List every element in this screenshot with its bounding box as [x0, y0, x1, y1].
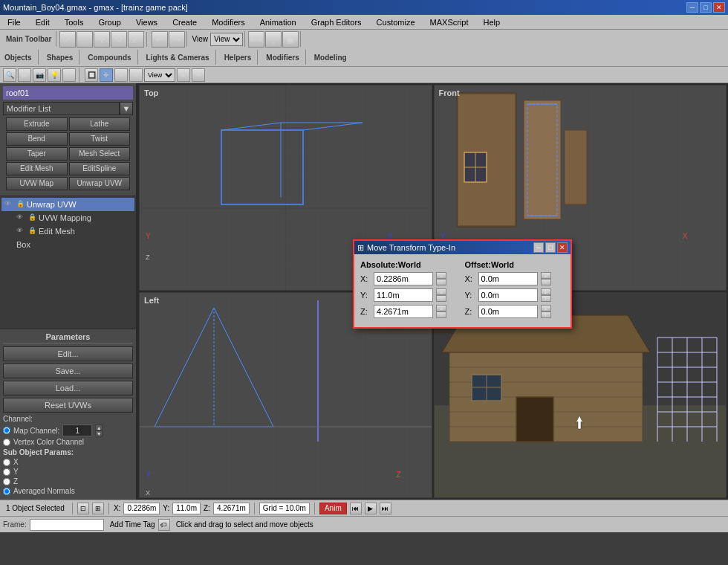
- map-channel-radio[interactable]: [3, 427, 10, 434]
- icon-btn-2[interactable]: ⊞: [18, 68, 31, 82]
- dialog-x-abs-down[interactable]: ▼: [436, 279, 446, 285]
- menu-animation[interactable]: Animation: [256, 16, 301, 28]
- dialog-z-abs-up[interactable]: ▲: [436, 305, 446, 311]
- menu-graph-editors[interactable]: Graph Editors: [307, 16, 366, 28]
- icon-scale-btn[interactable]: ⤡: [129, 68, 143, 82]
- add-time-tag-btn[interactable]: 🏷: [158, 519, 170, 531]
- coord-dropdown[interactable]: View: [144, 68, 175, 82]
- select-region-btn[interactable]: ⬚: [77, 31, 93, 48]
- dialog-y-abs-up[interactable]: ▲: [436, 288, 446, 295]
- uvw-map-btn[interactable]: UVW Map: [6, 177, 68, 190]
- mirror-btn[interactable]: ⟺: [248, 31, 264, 48]
- view-select[interactable]: View: [210, 33, 243, 46]
- load-btn[interactable]: Load...: [3, 381, 133, 396]
- move-btn[interactable]: ✛: [94, 31, 110, 48]
- dialog-y-abs-input[interactable]: [374, 288, 433, 302]
- taper-btn[interactable]: Taper: [6, 147, 68, 161]
- menu-create[interactable]: Create: [168, 16, 201, 28]
- close-button[interactable]: ✕: [713, 2, 725, 13]
- scale-btn[interactable]: ⤢: [128, 31, 144, 48]
- modifier-list-label[interactable]: Modifier List: [3, 102, 120, 115]
- maximize-button[interactable]: □: [700, 2, 712, 13]
- dialog-x-off-input[interactable]: [478, 272, 538, 285]
- dialog-x-abs-up[interactable]: ▲: [436, 272, 446, 279]
- menu-maxscript[interactable]: MAXScript: [426, 16, 473, 28]
- extrude-btn[interactable]: Extrude: [6, 117, 68, 131]
- stack-item-uvwmapping[interactable]: 👁 🔒 UVW Mapping: [1, 211, 134, 225]
- dialog-y-abs-down[interactable]: ▼: [436, 295, 446, 302]
- snap-btn[interactable]: 🔲: [85, 68, 98, 82]
- lathe-btn[interactable]: Lathe: [69, 117, 131, 131]
- menu-group[interactable]: Group: [94, 16, 126, 28]
- named-sel-btn[interactable]: ▣: [282, 31, 299, 48]
- compounds-label[interactable]: Compounds: [85, 54, 134, 62]
- dialog-z-abs-down[interactable]: ▼: [436, 311, 446, 318]
- redo-btn[interactable]: ↪: [169, 31, 185, 48]
- stack-item-editmesh[interactable]: 👁 🔒 Edit Mesh: [1, 225, 134, 238]
- sub-avg-radio[interactable]: [3, 488, 10, 495]
- modifier-list-dropdown[interactable]: ▼: [120, 102, 133, 115]
- menu-help[interactable]: Help: [479, 16, 505, 28]
- dialog-y-off-up[interactable]: ▲: [541, 288, 551, 295]
- stack-item-unwrap[interactable]: 👁 🔒 Unwrap UVW: [1, 198, 134, 211]
- dialog-x-off-up[interactable]: ▲: [541, 272, 551, 279]
- save-btn[interactable]: Save...: [3, 364, 133, 378]
- minimize-button[interactable]: ─: [686, 2, 698, 13]
- dialog-z-off-down[interactable]: ▼: [541, 311, 551, 318]
- menu-edit[interactable]: Edit: [31, 16, 54, 28]
- sub-z-radio[interactable]: [3, 478, 10, 485]
- next-frame-btn[interactable]: ⏭: [380, 503, 391, 514]
- icon-rotate-btn[interactable]: ↺: [114, 68, 128, 82]
- icon-btn-snap[interactable]: ⚭: [192, 68, 205, 82]
- status-icon-2[interactable]: ⊞: [92, 503, 104, 514]
- edit-btn[interactable]: Edit...: [3, 346, 133, 361]
- vertex-color-radio[interactable]: [3, 439, 10, 446]
- dialog-x-off-label: X:: [465, 274, 475, 283]
- bend-btn[interactable]: Bend: [6, 132, 68, 146]
- reset-uvws-btn[interactable]: Reset UVWs: [3, 398, 133, 413]
- icon-btn-3[interactable]: 📷: [33, 68, 46, 82]
- undo-btn[interactable]: ↩: [152, 31, 168, 48]
- dialog-y-off-down[interactable]: ▼: [541, 295, 551, 302]
- align-btn[interactable]: ⋮: [265, 31, 282, 48]
- icon-btn-5[interactable]: ⬡: [62, 68, 76, 82]
- icon-move-btn[interactable]: ✛: [100, 68, 113, 82]
- dialog-z-off-input[interactable]: [478, 305, 538, 318]
- play-btn[interactable]: ▶: [365, 503, 377, 514]
- twist-btn[interactable]: Twist: [69, 132, 131, 146]
- dialog-x-off-down[interactable]: ▼: [541, 279, 551, 285]
- prev-frame-btn[interactable]: ⏮: [350, 503, 362, 514]
- edit-mesh-btn[interactable]: Edit Mesh: [6, 162, 68, 175]
- menu-views[interactable]: Views: [131, 16, 162, 28]
- anim-button[interactable]: Anim: [319, 503, 347, 514]
- icon-btn-1[interactable]: 🔍: [3, 68, 16, 82]
- dialog-titlebar[interactable]: ⊞ Move Transform Type-In ─ □ ✕: [354, 241, 571, 254]
- dialog-z-off-up[interactable]: ▲: [541, 305, 551, 311]
- menu-file[interactable]: File: [3, 16, 25, 28]
- menu-modifiers[interactable]: Modifiers: [207, 16, 250, 28]
- sub-y-radio[interactable]: [3, 468, 10, 476]
- stack-item-box[interactable]: Box: [1, 238, 134, 251]
- spinner-down[interactable]: ▼: [95, 430, 103, 436]
- dialog-y-off-input[interactable]: [478, 288, 538, 302]
- select-object-btn[interactable]: ↗: [59, 31, 76, 48]
- mesh-select-btn[interactable]: Mesh Select: [69, 147, 131, 161]
- menu-customize[interactable]: Customize: [372, 16, 420, 28]
- spinner-up[interactable]: ▲: [95, 424, 103, 430]
- dialog-z-abs-input[interactable]: [374, 305, 433, 318]
- main-toolbar-group: Main Toolbar: [1, 31, 56, 47]
- status-icon-1[interactable]: ⊡: [77, 503, 89, 514]
- rotate-btn[interactable]: ↻: [111, 31, 127, 48]
- map-channel-input[interactable]: [62, 424, 92, 436]
- dialog-maximize[interactable]: □: [545, 242, 556, 253]
- dialog-close[interactable]: ✕: [557, 242, 568, 253]
- edit-spline-btn[interactable]: EditSpline: [69, 162, 131, 175]
- pivot-btn[interactable]: ⊕: [177, 68, 190, 82]
- dialog-x-abs-input[interactable]: [374, 272, 433, 285]
- menu-tools[interactable]: Tools: [60, 16, 88, 28]
- dialog-minimize[interactable]: ─: [533, 242, 544, 253]
- unwrap-uvw-btn[interactable]: Unwrap UVW: [69, 177, 131, 190]
- sub-z-label: Z: [13, 477, 18, 485]
- icon-btn-4[interactable]: 💡: [48, 68, 61, 82]
- sub-x-radio[interactable]: [3, 459, 10, 466]
